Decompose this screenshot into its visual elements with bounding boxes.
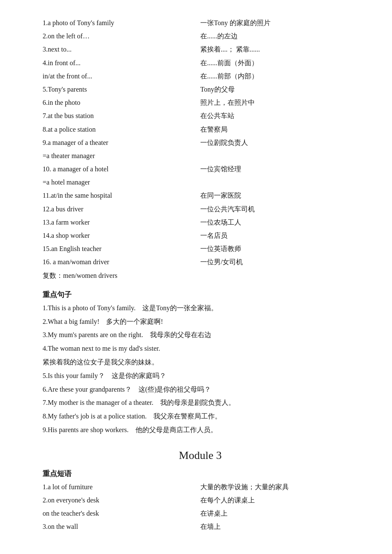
phrase-chinese: 在讲桌上 (200, 508, 358, 519)
sentence-chinese: 这是你的家庭吗？ (112, 370, 166, 382)
key-sentences-title: 重点句子 (43, 290, 358, 300)
phrase-chinese: Tony的父母 (200, 84, 358, 95)
phrase-chinese (200, 176, 358, 188)
phrase-chinese: 一张Tony 的家庭的照片 (200, 17, 358, 29)
phrase-chinese (200, 270, 358, 281)
phrase-english: =a theater manager (43, 150, 200, 162)
sentence-chinese: 我的母亲是剧院负责人。 (160, 397, 235, 409)
phrase-english: 1.a photo of Tony's family (43, 17, 200, 29)
list-item: 5.Tony's parentsTony的父母 (43, 84, 358, 95)
phrase-english: 11.at/in the same hospital (43, 190, 200, 201)
list-item: 9.a manager of a theater一位剧院负责人 (43, 137, 358, 148)
phrase-chinese: 在警察局 (200, 124, 358, 135)
list-item: =a theater manager (43, 150, 358, 162)
table-row: 3.My mum's parents are on the right.我母亲的… (43, 329, 358, 341)
phrase-chinese: 一名店员 (200, 230, 358, 241)
table-row: 5.Is this your family？这是你的家庭吗？ (43, 370, 358, 382)
phrase-chinese: 在......前部（内部） (200, 70, 358, 82)
phrase-english: 6.in the photo (43, 97, 200, 108)
table-row: 8.My father's job is at a police station… (43, 410, 358, 423)
phrase-english: 10. a manager of a hotel (43, 163, 200, 175)
phrase-chinese: 在......前面（外面） (200, 57, 358, 69)
list-item: 6.in the photo照片上，在照片中 (43, 97, 358, 108)
phrase-chinese: 一位宾馆经理 (200, 163, 358, 175)
phrase-english: 复数：men/women drivers (43, 270, 200, 281)
module3-section: 重点短语 1.a lot of furniture大量的教学设施；大量的家具2.… (43, 469, 358, 533)
list-item: 1.a photo of Tony's family一张Tony 的家庭的照片 (43, 17, 358, 29)
phrase-english: 3.on the wall (43, 521, 200, 532)
list-item: 2.on the left of…在......的左边 (43, 30, 358, 42)
table-row: 6.Are these your grandparents？这(些)是你的祖父母… (43, 384, 358, 396)
sentence-english: 6.Are these your grandparents？ (43, 384, 132, 396)
list-item: =a hotel manager (43, 176, 358, 188)
list-item: 11.at/in the same hospital在同一家医院 (43, 190, 358, 201)
list-item: 7.at the bus station在公共车站 (43, 110, 358, 121)
list-item: 13.a farm worker一位农场工人 (43, 216, 358, 228)
phrase-english: 12.a bus driver (43, 203, 200, 215)
phrase-chinese: 在墙上 (200, 521, 358, 532)
phrases-section: 1.a photo of Tony's family一张Tony 的家庭的照片2… (43, 17, 358, 281)
sentence-english: 1.This is a photo of Tony's family. (43, 302, 135, 315)
table-row: 4.The woman next to me is my dad's siste… (43, 343, 358, 355)
phrase-english: in/at the front of... (43, 70, 200, 82)
phrase-english: 14.a shop worker (43, 230, 200, 241)
sentence-english: 9.His parents are shop workers. (43, 424, 129, 436)
list-item: 3.on the wall在墙上 (43, 521, 358, 532)
module3-section-title: 重点短语 (43, 469, 358, 479)
phrase-chinese: 一位剧院负责人 (200, 137, 358, 148)
phrase-english: 9.a manager of a theater (43, 137, 200, 148)
table-row: 7.My mother is the manager of a theater.… (43, 397, 358, 409)
phrase-chinese: 紧挨着....； 紧靠...... (200, 43, 358, 55)
list-item: in/at the front of...在......前部（内部） (43, 70, 358, 82)
sentence-english: 紧挨着我的这位女子是我父亲的妹妹。 (43, 356, 358, 369)
list-item: 复数：men/women drivers (43, 270, 358, 281)
phrase-english: 13.a farm worker (43, 216, 200, 228)
table-row: 1.This is a photo of Tony's family.这是Ton… (43, 302, 358, 315)
sentence-chinese: 我父亲在警察局工作。 (153, 410, 222, 423)
table-row: 紧挨着我的这位女子是我父亲的妹妹。 (43, 356, 358, 369)
list-item: 12.a bus driver一位公共汽车司机 (43, 203, 358, 215)
phrase-english: 8.at a police station (43, 124, 200, 135)
list-item: 2.on everyone's desk在每个人的课桌上 (43, 494, 358, 506)
list-item: 4.in front of...在......前面（外面） (43, 57, 358, 69)
phrase-english: 1.a lot of furniture (43, 481, 200, 493)
sentences-section: 重点句子 1.This is a photo of Tony's family.… (43, 290, 358, 436)
list-item: 1.a lot of furniture大量的教学设施；大量的家具 (43, 481, 358, 493)
sentence-english: 2.What a big family! (43, 316, 99, 328)
sentence-english: 8.My father's job is at a police station… (43, 410, 147, 423)
sentence-english: 5.Is this your family？ (43, 370, 105, 382)
table-row: 9.His parents are shop workers.他的父母是商店工作… (43, 424, 358, 436)
sentence-chinese: 他的父母是商店工作人员。 (135, 424, 217, 436)
phrase-english: =a hotel manager (43, 176, 200, 188)
sentence-chinese: 这(些)是你的祖父母吗？ (138, 384, 211, 396)
phrase-english: on the teacher's desk (43, 508, 200, 519)
list-item: on the teacher's desk在讲桌上 (43, 508, 358, 519)
list-item: 15.an English teacher一位英语教师 (43, 243, 358, 254)
phrase-chinese: 一位公共汽车司机 (200, 203, 358, 215)
phrase-english: 5.Tony's parents (43, 84, 200, 95)
sentence-chinese: 我母亲的父母在右边 (150, 329, 211, 341)
phrase-english: 16. a man/woman driver (43, 256, 200, 268)
list-item: 16. a man/woman driver一位男/女司机 (43, 256, 358, 268)
phrase-chinese (200, 150, 358, 162)
phrase-chinese: 照片上，在照片中 (200, 97, 358, 108)
list-item: 14.a shop worker一名店员 (43, 230, 358, 241)
phrase-english: 2.on the left of… (43, 30, 200, 42)
sentence-chinese: 这是Tony的一张全家福。 (142, 302, 218, 315)
phrase-english: 7.at the bus station (43, 110, 200, 121)
phrase-chinese: 在每个人的课桌上 (200, 494, 358, 506)
phrase-chinese: 在公共车站 (200, 110, 358, 121)
sentence-chinese: 多大的一个家庭啊! (106, 316, 163, 328)
module3-title: Module 3 (43, 449, 358, 462)
phrase-chinese: 一位农场工人 (200, 216, 358, 228)
phrase-chinese: 在......的左边 (200, 30, 358, 42)
list-item: 10. a manager of a hotel一位宾馆经理 (43, 163, 358, 175)
phrase-chinese: 在同一家医院 (200, 190, 358, 201)
list-item: 8.at a police station在警察局 (43, 124, 358, 135)
sentence-english: 7.My mother is the manager of a theater. (43, 397, 153, 409)
sentence-english: 3.My mum's parents are on the right. (43, 329, 143, 341)
phrase-english: 2.on everyone's desk (43, 494, 200, 506)
phrase-english: 3.next to... (43, 43, 200, 55)
table-row: 2.What a big family!多大的一个家庭啊! (43, 316, 358, 328)
phrase-english: 4.in front of... (43, 57, 200, 69)
